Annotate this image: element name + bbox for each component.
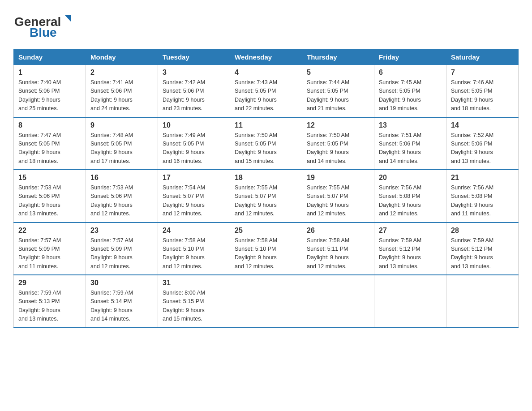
day-info: Sunrise: 7:59 AMSunset: 5:12 PMDaylight:… [451,236,514,271]
day-cell-6: 6Sunrise: 7:45 AMSunset: 5:05 PMDaylight… [374,65,446,117]
calendar-table: SundayMondayTuesdayWednesdayThursdayFrid… [13,49,519,328]
day-cell-14: 14Sunrise: 7:52 AMSunset: 5:06 PMDayligh… [446,117,519,170]
logo: General Blue [13,9,76,40]
day-info: Sunrise: 7:58 AMSunset: 5:11 PMDaylight:… [307,236,369,271]
day-cell-16: 16Sunrise: 7:53 AMSunset: 5:06 PMDayligh… [86,170,158,223]
day-number: 14 [451,121,514,129]
day-info: Sunrise: 8:00 AMSunset: 5:15 PMDaylight:… [163,289,225,324]
day-cell-5: 5Sunrise: 7:44 AMSunset: 5:05 PMDaylight… [302,65,374,117]
day-info: Sunrise: 7:48 AMSunset: 5:05 PMDaylight:… [90,131,153,166]
week-row-3: 15Sunrise: 7:53 AMSunset: 5:06 PMDayligh… [14,170,519,223]
day-info: Sunrise: 7:49 AMSunset: 5:05 PMDaylight:… [163,131,225,166]
day-cell-1: 1Sunrise: 7:40 AMSunset: 5:06 PMDaylight… [14,65,86,117]
week-row-2: 8Sunrise: 7:47 AMSunset: 5:05 PMDaylight… [14,117,519,170]
day-cell-25: 25Sunrise: 7:58 AMSunset: 5:10 PMDayligh… [230,223,302,275]
day-info: Sunrise: 7:41 AMSunset: 5:06 PMDaylight:… [90,78,153,113]
day-cell-4: 4Sunrise: 7:43 AMSunset: 5:05 PMDaylight… [230,65,302,117]
day-number: 26 [307,227,369,235]
day-number: 6 [379,68,442,77]
day-cell-15: 15Sunrise: 7:53 AMSunset: 5:06 PMDayligh… [14,170,86,223]
day-number: 25 [235,227,297,235]
day-number: 28 [451,227,514,235]
day-number: 2 [90,68,153,77]
day-info: Sunrise: 7:59 AMSunset: 5:14 PMDaylight:… [90,289,153,324]
day-number: 8 [18,121,81,129]
day-number: 9 [90,121,153,129]
day-number: 20 [379,174,442,182]
day-info: Sunrise: 7:53 AMSunset: 5:06 PMDaylight:… [18,184,81,218]
day-info: Sunrise: 7:43 AMSunset: 5:05 PMDaylight:… [235,78,297,113]
day-number: 12 [307,121,369,129]
empty-cell-w4-4 [302,275,374,328]
day-cell-9: 9Sunrise: 7:48 AMSunset: 5:05 PMDaylight… [86,117,158,170]
weekday-header-saturday: Saturday [446,50,519,65]
day-number: 17 [163,174,225,182]
day-info: Sunrise: 7:57 AMSunset: 5:09 PMDaylight:… [90,236,153,271]
day-info: Sunrise: 7:40 AMSunset: 5:06 PMDaylight:… [18,78,81,113]
day-cell-31: 31Sunrise: 8:00 AMSunset: 5:15 PMDayligh… [158,275,230,328]
day-cell-19: 19Sunrise: 7:55 AMSunset: 5:07 PMDayligh… [302,170,374,223]
day-info: Sunrise: 7:59 AMSunset: 5:13 PMDaylight:… [18,289,81,324]
day-number: 7 [451,68,514,77]
week-row-4: 22Sunrise: 7:57 AMSunset: 5:09 PMDayligh… [14,223,519,275]
day-number: 1 [18,68,81,77]
day-info: Sunrise: 7:56 AMSunset: 5:08 PMDaylight:… [451,184,514,218]
day-number: 13 [379,121,442,129]
weekday-header-monday: Monday [86,50,158,65]
day-number: 3 [163,68,225,77]
day-info: Sunrise: 7:46 AMSunset: 5:05 PMDaylight:… [451,78,514,113]
day-info: Sunrise: 7:42 AMSunset: 5:06 PMDaylight:… [163,78,225,113]
day-cell-29: 29Sunrise: 7:59 AMSunset: 5:13 PMDayligh… [14,275,86,328]
weekday-header-wednesday: Wednesday [230,50,302,65]
day-info: Sunrise: 7:52 AMSunset: 5:06 PMDaylight:… [451,131,514,166]
day-number: 11 [235,121,297,129]
day-info: Sunrise: 7:50 AMSunset: 5:05 PMDaylight:… [307,131,369,166]
logo-svg: General Blue [13,9,76,40]
day-cell-17: 17Sunrise: 7:54 AMSunset: 5:07 PMDayligh… [158,170,230,223]
weekday-header-tuesday: Tuesday [158,50,230,65]
day-number: 19 [307,174,369,182]
empty-cell-w4-3 [230,275,302,328]
day-info: Sunrise: 7:44 AMSunset: 5:05 PMDaylight:… [307,78,369,113]
day-number: 24 [163,227,225,235]
day-number: 5 [307,68,369,77]
day-info: Sunrise: 7:47 AMSunset: 5:05 PMDaylight:… [18,131,81,166]
day-cell-21: 21Sunrise: 7:56 AMSunset: 5:08 PMDayligh… [446,170,519,223]
empty-cell-w4-6 [446,275,519,328]
day-number: 30 [90,279,153,287]
week-row-5: 29Sunrise: 7:59 AMSunset: 5:13 PMDayligh… [14,275,519,328]
day-number: 4 [235,68,297,77]
day-cell-30: 30Sunrise: 7:59 AMSunset: 5:14 PMDayligh… [86,275,158,328]
day-info: Sunrise: 7:51 AMSunset: 5:06 PMDaylight:… [379,131,442,166]
day-number: 31 [163,279,225,287]
day-cell-20: 20Sunrise: 7:56 AMSunset: 5:08 PMDayligh… [374,170,446,223]
weekday-header-row: SundayMondayTuesdayWednesdayThursdayFrid… [14,50,519,65]
day-cell-2: 2Sunrise: 7:41 AMSunset: 5:06 PMDaylight… [86,65,158,117]
day-number: 27 [379,227,442,235]
day-cell-23: 23Sunrise: 7:57 AMSunset: 5:09 PMDayligh… [86,223,158,275]
day-info: Sunrise: 7:59 AMSunset: 5:12 PMDaylight:… [379,236,442,271]
day-cell-11: 11Sunrise: 7:50 AMSunset: 5:05 PMDayligh… [230,117,302,170]
day-cell-10: 10Sunrise: 7:49 AMSunset: 5:05 PMDayligh… [158,117,230,170]
day-info: Sunrise: 7:58 AMSunset: 5:10 PMDaylight:… [163,236,225,271]
day-info: Sunrise: 7:54 AMSunset: 5:07 PMDaylight:… [163,184,225,218]
day-cell-22: 22Sunrise: 7:57 AMSunset: 5:09 PMDayligh… [14,223,86,275]
day-cell-3: 3Sunrise: 7:42 AMSunset: 5:06 PMDaylight… [158,65,230,117]
weekday-header-sunday: Sunday [14,50,86,65]
day-number: 15 [18,174,81,182]
day-info: Sunrise: 7:53 AMSunset: 5:06 PMDaylight:… [90,184,153,218]
day-number: 22 [18,227,81,235]
weekday-header-friday: Friday [374,50,446,65]
week-row-1: 1Sunrise: 7:40 AMSunset: 5:06 PMDaylight… [14,65,519,117]
day-cell-27: 27Sunrise: 7:59 AMSunset: 5:12 PMDayligh… [374,223,446,275]
day-info: Sunrise: 7:55 AMSunset: 5:07 PMDaylight:… [307,184,369,218]
svg-text:Blue: Blue [30,26,57,39]
day-info: Sunrise: 7:56 AMSunset: 5:08 PMDaylight:… [379,184,442,218]
empty-cell-w4-5 [374,275,446,328]
svg-marker-1 [65,15,71,21]
day-cell-7: 7Sunrise: 7:46 AMSunset: 5:05 PMDaylight… [446,65,519,117]
day-cell-8: 8Sunrise: 7:47 AMSunset: 5:05 PMDaylight… [14,117,86,170]
day-number: 29 [18,279,81,287]
day-cell-24: 24Sunrise: 7:58 AMSunset: 5:10 PMDayligh… [158,223,230,275]
page-header: General Blue [13,9,519,40]
